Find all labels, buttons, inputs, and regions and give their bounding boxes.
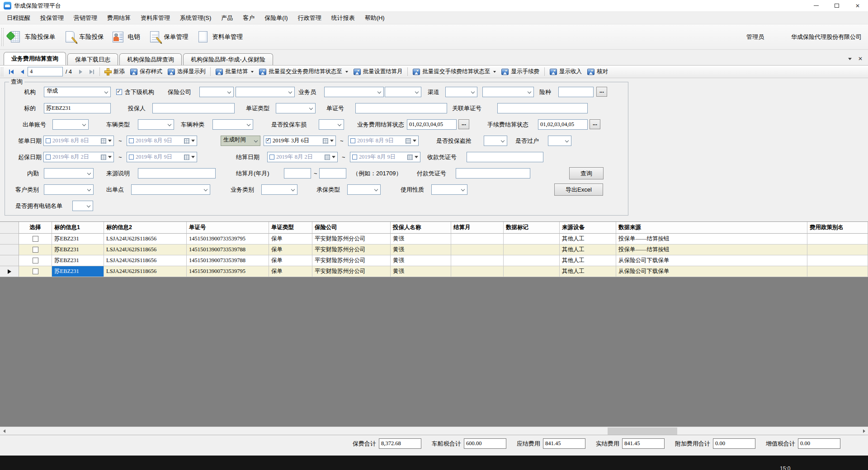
cell-info1[interactable]: 苏EBZ231 [52, 234, 104, 244]
tab-policy-download-log[interactable]: 保单下载日志 [67, 53, 118, 65]
cell-info1-selected[interactable]: 苏EBZ231 [52, 266, 104, 277]
batch-submit-biz-status-button[interactable]: 批量提交业务费用结算状态至 [256, 67, 351, 76]
salesman-select-2[interactable] [385, 87, 421, 97]
cell-doc-type[interactable]: 保单 [269, 266, 312, 277]
theft-ins-select[interactable] [484, 136, 507, 146]
page-input[interactable] [28, 67, 63, 76]
fee-status-input[interactable]: 01,02,03,04,05 [538, 119, 588, 130]
recv-no-input[interactable] [467, 152, 543, 162]
row-checkbox[interactable] [33, 258, 38, 263]
date-checkbox[interactable] [269, 155, 274, 160]
cell-info2[interactable]: LSJA24U62JS118656 [104, 244, 187, 255]
cell-info2[interactable]: LSJA24U62JS118656 [104, 255, 187, 266]
menu-item-admin[interactable]: 行政管理 [293, 12, 326, 24]
menu-item-customer[interactable]: 客户 [238, 12, 259, 24]
start-date-to-picker[interactable]: 2019年 8月 9日 [127, 152, 197, 162]
org-select[interactable]: 华成 [44, 87, 111, 97]
settle-date-to-picker[interactable]: 2019年 8月 9日 [350, 152, 420, 162]
cell-source-device[interactable]: 其他人工 [560, 244, 616, 255]
column-header[interactable]: 单证号 [187, 222, 269, 234]
fee-status-more-button[interactable]: ... [590, 119, 600, 129]
settle-date-from-picker[interactable]: 2019年 8月 2日 [267, 152, 338, 162]
cell-doc-no[interactable]: 14515013900733539788 [187, 255, 269, 266]
cell-data-mark[interactable] [504, 244, 560, 255]
biz-type-select[interactable] [261, 184, 297, 195]
date-checkbox[interactable] [266, 138, 271, 143]
cell-holder[interactable]: 黄强 [391, 255, 451, 266]
cell-company[interactable]: 平安财险苏州分公司 [312, 255, 391, 266]
column-header[interactable]: 来源设备 [560, 222, 616, 234]
cell-doc-no[interactable]: 14515013900733539788 [187, 244, 269, 255]
maximize-button[interactable] [826, 0, 847, 12]
select-cell[interactable] [19, 266, 52, 277]
menu-item-report[interactable]: 统计报表 [326, 12, 360, 24]
column-header[interactable]: 投保人名称 [391, 222, 451, 234]
column-header[interactable]: 数据来源 [616, 222, 807, 234]
target-input[interactable]: 苏EBZ231 [44, 103, 111, 113]
cell-company[interactable]: 平安财险苏州分公司 [312, 234, 391, 244]
accept-type-select[interactable] [347, 184, 381, 195]
first-page-button[interactable] [6, 67, 17, 77]
menu-item-fee-settle[interactable]: 费用结算 [102, 12, 136, 24]
cell-data-mark[interactable] [504, 266, 560, 277]
column-header[interactable]: 结算月 [451, 222, 504, 234]
column-header[interactable]: 保险公司 [312, 222, 391, 234]
choose-columns-button[interactable]: 选择显示列 [165, 67, 208, 76]
row-checkbox[interactable] [33, 236, 38, 242]
cust-type-select[interactable] [44, 184, 94, 195]
tab-close-icon[interactable]: ✕ [858, 56, 863, 61]
menu-item-library[interactable]: 资料库管理 [136, 12, 175, 24]
column-header[interactable]: 标的信息2 [104, 222, 187, 234]
show-fee-button[interactable]: 显示手续费 [499, 67, 542, 76]
source-desc-input[interactable] [138, 168, 216, 179]
menu-item-schedule[interactable]: 日程提醒 [2, 12, 35, 24]
prev-page-button[interactable] [17, 67, 28, 77]
dropdown-arrow-icon[interactable] [330, 140, 334, 142]
gen-date-from-picker[interactable]: 2019年 3月 6日 [264, 136, 336, 146]
cell-data-source[interactable]: 投保单——结算按钮 [616, 234, 807, 244]
cell-fee-policy[interactable] [807, 266, 868, 277]
cell-settle-month[interactable] [451, 244, 504, 255]
table-row-current[interactable]: 苏EBZ231 LSJA24U62JS118656 14515013900733… [0, 266, 868, 277]
channel-select-2[interactable] [482, 87, 534, 97]
column-header[interactable]: 标的信息1 [52, 222, 104, 234]
channel-select-1[interactable] [445, 87, 477, 97]
rel-doc-no-input[interactable] [497, 103, 588, 113]
cell-data-source[interactable]: 从保险公司下载保单 [616, 255, 807, 266]
horizontal-scrollbar[interactable] [0, 427, 868, 435]
table-row[interactable]: 苏EBZ231 LSJA24U62JS118656 14515013900733… [0, 234, 868, 244]
date-checkbox[interactable] [129, 155, 134, 160]
close-button[interactable]: ✕ [847, 0, 868, 12]
holder-input[interactable] [152, 103, 235, 113]
menu-item-marketing[interactable]: 营销管理 [69, 12, 102, 24]
minimize-button[interactable] [806, 0, 826, 12]
cell-info1[interactable]: 苏EBZ231 [52, 244, 104, 255]
cell-info1[interactable]: 苏EBZ231 [52, 255, 104, 266]
include-sub-checkbox[interactable] [116, 89, 122, 95]
date-checkbox[interactable] [129, 138, 134, 143]
add-new-button[interactable]: 新添 [102, 67, 127, 76]
biz-status-more-button[interactable]: ... [458, 119, 469, 129]
dropdown-arrow-icon[interactable] [332, 156, 335, 158]
batch-set-month-button[interactable]: 批量设置结算月 [351, 67, 406, 76]
cell-holder[interactable]: 黄强 [391, 266, 451, 277]
menu-item-help[interactable]: 帮助(H) [360, 12, 390, 24]
tab-list-dropdown-icon[interactable] [848, 58, 852, 60]
has-tel-list-select[interactable] [72, 201, 93, 211]
cell-source-device[interactable]: 其他人工 [560, 234, 616, 244]
start-date-from-picker[interactable]: 2019年 8月 2日 [43, 152, 114, 162]
cell-holder[interactable]: 黄强 [391, 244, 451, 255]
ins-co-select-2[interactable] [236, 87, 295, 97]
issue-point-select[interactable] [131, 184, 210, 195]
sign-date-to-picker[interactable]: 2019年 8月 9日 [127, 136, 197, 146]
cell-holder[interactable]: 黄强 [391, 234, 451, 244]
dropdown-arrow-icon[interactable] [108, 156, 112, 158]
pay-no-input[interactable] [456, 168, 530, 179]
table-row[interactable]: 苏EBZ231 LSJA24U62JS118656 14515013900733… [0, 244, 868, 255]
cell-data-source[interactable]: 投保单——结算按钮 [616, 244, 807, 255]
transfer-select[interactable] [548, 136, 571, 146]
doc-no-input[interactable] [355, 103, 447, 113]
scrollbar-thumb[interactable] [608, 428, 677, 435]
cell-doc-type[interactable]: 保单 [269, 234, 312, 244]
select-cell[interactable] [19, 255, 52, 266]
